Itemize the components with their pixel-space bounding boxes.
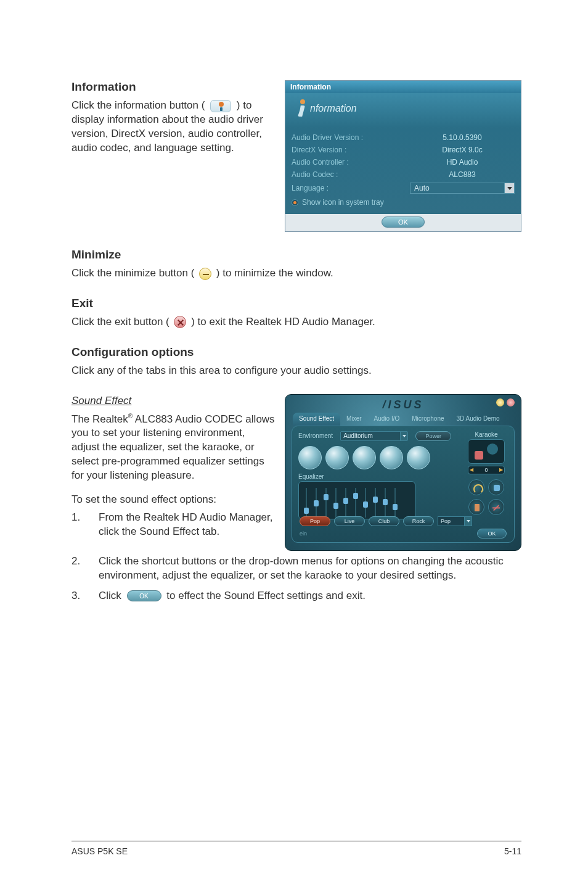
environment-value: Auditorium xyxy=(343,432,373,439)
footer-right: 5-11 xyxy=(504,846,521,856)
eq-slider[interactable] xyxy=(382,488,389,518)
eq-slider[interactable] xyxy=(303,488,310,518)
ok-pill-icon: OK xyxy=(127,590,161,601)
preset-rock-button[interactable]: Rock xyxy=(403,516,434,526)
language-label: Language : xyxy=(292,184,329,192)
show-tray-label: Show icon in system tray xyxy=(302,198,384,207)
text: The Realtek xyxy=(71,413,128,424)
load-icon[interactable] xyxy=(468,499,484,515)
config-body: Click any of the tabs in this area to co… xyxy=(71,364,521,378)
info-icon xyxy=(210,100,231,112)
env-preset-icon[interactable] xyxy=(298,446,322,469)
registered-mark: ® xyxy=(128,413,133,419)
power-button[interactable]: Power xyxy=(415,431,451,441)
sound-effect-intro: To set the sound effect options: xyxy=(71,493,275,507)
ok-button[interactable]: OK xyxy=(477,529,507,538)
chevron-down-icon xyxy=(400,432,407,440)
exit-body: Click the exit button ( ) to exit the Re… xyxy=(71,315,521,329)
eq-slider[interactable] xyxy=(312,488,320,518)
text: Click xyxy=(99,590,125,601)
preset-select-value: Pop xyxy=(441,518,451,524)
karaoke-display xyxy=(468,439,505,464)
eq-slider[interactable] xyxy=(391,488,399,518)
tab-3d-audio-demo[interactable]: 3D Audio Demo xyxy=(451,413,506,426)
tab-mixer[interactable]: Mixer xyxy=(340,413,367,426)
text: Click the information button ( xyxy=(71,99,208,111)
information-body: Click the information button ( ) to disp… xyxy=(71,99,275,155)
step-number: 1. xyxy=(71,511,83,539)
env-preset-icon[interactable] xyxy=(407,446,430,469)
information-dialog: Information nformation Audio Driver Vers… xyxy=(285,80,521,232)
config-heading: Configuration options xyxy=(71,345,521,359)
realtek-audio-manager-panel: /ISUS Sound Effect Mixer Audio I/O Micro… xyxy=(285,394,521,551)
close-icon[interactable] xyxy=(507,398,515,406)
step-number: 3. xyxy=(71,589,83,603)
minimize-body: Click the minimize button ( ) to minimiz… xyxy=(71,266,521,281)
driver-version-label: Audio Driver Version : xyxy=(292,133,363,142)
delete-icon[interactable] xyxy=(485,495,508,518)
audio-codec-label: Audio Codec : xyxy=(292,170,338,179)
dialog-title: Information xyxy=(285,81,521,93)
sound-effect-subheading: Sound Effect xyxy=(71,394,275,408)
sound-effect-body: The Realtek® ALC883 Audio CODEC allows y… xyxy=(71,412,275,483)
step-text: From the Realtek HD Audio Manager, click… xyxy=(99,511,275,539)
radio-icon xyxy=(292,199,298,206)
eq-slider[interactable] xyxy=(362,488,369,518)
tabs: Sound Effect Mixer Audio I/O Microphone … xyxy=(285,413,521,426)
preset-club-button[interactable]: Club xyxy=(369,516,399,526)
eq-slider[interactable] xyxy=(372,488,379,518)
audio-controller-label: Audio Controller : xyxy=(292,158,349,167)
headphone-icon[interactable] xyxy=(468,479,484,495)
karaoke-value: 0 xyxy=(484,467,488,473)
footer-note: ein xyxy=(300,530,307,537)
chevron-left-icon: ◀ xyxy=(470,467,473,472)
eq-slider[interactable] xyxy=(322,488,330,518)
tab-sound-effect[interactable]: Sound Effect xyxy=(293,413,340,426)
text: ) to minimize the window. xyxy=(216,267,333,279)
tab-microphone[interactable]: Microphone xyxy=(406,413,450,426)
env-preset-icon[interactable] xyxy=(353,446,376,469)
environment-select[interactable]: Auditorium xyxy=(340,431,408,441)
directx-version-value: DirectX 9.0c xyxy=(410,146,515,154)
env-preset-icon[interactable] xyxy=(325,446,349,469)
exit-heading: Exit xyxy=(71,297,521,310)
equalizer-panel[interactable] xyxy=(298,481,415,519)
dialog-header-text: nformation xyxy=(310,103,357,114)
asus-logo: /ISUS xyxy=(382,398,423,411)
minimize-icon xyxy=(199,268,211,280)
step-1: 1. From the Realtek HD Audio Manager, cl… xyxy=(71,511,275,539)
driver-version-value: 5.10.0.5390 xyxy=(410,133,515,142)
preset-pop-button[interactable]: Pop xyxy=(300,516,330,526)
chevron-down-icon xyxy=(504,183,514,193)
text: ) to exit the Realtek HD Audio Manager. xyxy=(191,316,375,328)
env-preset-icon[interactable] xyxy=(380,446,403,469)
info-large-icon xyxy=(293,99,306,118)
audio-controller-value: HD Audio xyxy=(410,158,515,167)
dialog-header: nformation xyxy=(285,93,521,128)
minimize-icon[interactable] xyxy=(496,398,504,406)
karaoke-stepper[interactable]: ◀ 0 ▶ xyxy=(468,466,505,474)
eq-slider[interactable] xyxy=(332,488,340,518)
karaoke-label: Karaoke xyxy=(465,431,508,438)
page-footer: ASUS P5K SE 5-11 xyxy=(71,841,521,856)
eq-slider[interactable] xyxy=(342,488,349,518)
step-2: 2. Click the shortcut buttons or the dro… xyxy=(71,555,521,583)
eq-slider[interactable] xyxy=(352,488,359,518)
chevron-right-icon: ▶ xyxy=(499,467,503,472)
save-icon[interactable] xyxy=(488,479,504,495)
footer-left: ASUS P5K SE xyxy=(71,846,128,856)
information-heading: Information xyxy=(71,80,275,94)
minimize-heading: Minimize xyxy=(71,248,521,262)
text: Click the minimize button ( xyxy=(71,267,194,279)
text: to effect the Sound Effect settings and … xyxy=(166,590,365,601)
preset-live-button[interactable]: Live xyxy=(334,516,365,526)
language-select[interactable]: Auto xyxy=(410,183,515,194)
tab-audio-io[interactable]: Audio I/O xyxy=(368,413,406,426)
show-tray-icon-option[interactable]: Show icon in system tray xyxy=(292,196,515,208)
audio-codec-value: ALC883 xyxy=(410,170,515,179)
preset-select[interactable]: Pop xyxy=(438,516,472,526)
chevron-down-icon xyxy=(464,517,472,526)
step-text: Click the shortcut buttons or the drop-d… xyxy=(99,555,521,583)
ok-button[interactable]: OK xyxy=(382,217,425,228)
directx-version-label: DirectX Version : xyxy=(292,146,346,154)
